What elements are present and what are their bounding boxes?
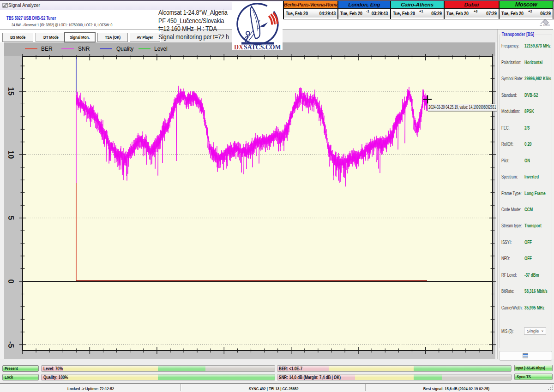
svg-text:DX: DX [234, 44, 243, 50]
svg-text:0: 0 [7, 279, 15, 283]
svg-text:10: 10 [7, 150, 15, 159]
svg-text:dxsatcs: dxsatcs [543, 24, 550, 26]
svg-text:15: 15 [7, 87, 15, 95]
svg-text:5: 5 [7, 216, 15, 220]
svg-text:SATCS.COM: SATCS.COM [244, 44, 281, 50]
svg-text:-5: -5 [7, 341, 15, 348]
